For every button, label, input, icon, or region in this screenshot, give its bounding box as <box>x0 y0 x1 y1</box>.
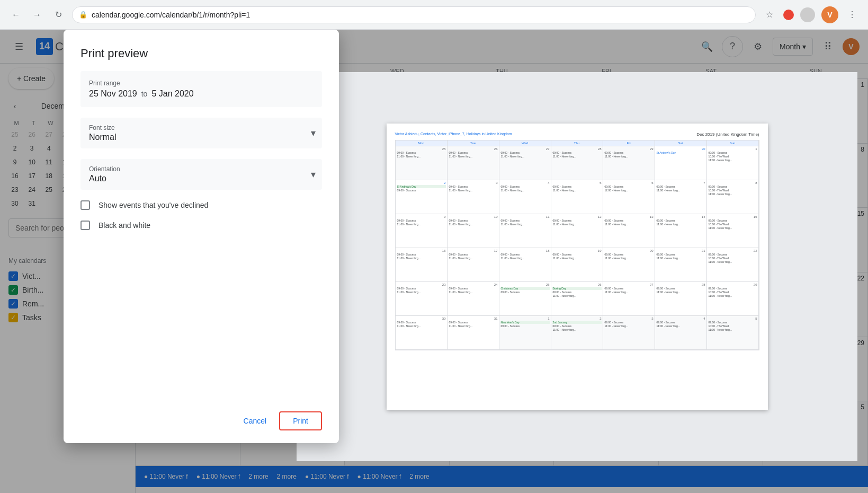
star-button[interactable]: ☆ <box>762 7 777 22</box>
orientation-dropdown[interactable]: Orientation Auto ▾ <box>80 159 322 190</box>
font-size-dropdown[interactable]: Font size Normal ▾ <box>80 118 322 148</box>
print-range-label: Print range <box>89 80 314 87</box>
font-size-dropdown-arrow: ▾ <box>311 127 316 139</box>
extension-icon-2 <box>800 7 815 22</box>
font-size-value: Normal <box>89 133 314 142</box>
date-to-word: to <box>141 90 148 98</box>
print-button[interactable]: Print <box>279 411 322 430</box>
print-range-value: 25 Nov 2019 to 5 Jan 2020 <box>89 89 314 99</box>
dialog-title: Print preview <box>80 47 322 60</box>
browser-menu-button[interactable]: ⋮ <box>845 7 860 22</box>
print-preview-dialog: Print preview Print range 25 Nov 2019 to… <box>64 30 339 443</box>
refresh-button[interactable]: ↻ <box>51 7 66 22</box>
dialog-backdrop: Print preview Print range 25 Nov 2019 to… <box>0 30 868 493</box>
cancel-button[interactable]: Cancel <box>235 412 275 429</box>
show-declined-checkbox[interactable] <box>80 200 90 210</box>
show-declined-label: Show events that you've declined <box>99 201 208 209</box>
orientation-value: Auto <box>89 174 314 183</box>
font-size-label: Font size <box>89 124 314 131</box>
dialog-actions: Cancel Print <box>80 403 322 430</box>
back-button[interactable]: ← <box>8 7 23 22</box>
lock-icon: 🔒 <box>79 11 87 19</box>
forward-button[interactable]: → <box>30 7 44 22</box>
date-from: 25 Nov 2019 <box>89 89 137 99</box>
orientation-dropdown-arrow: ▾ <box>311 169 316 180</box>
address-bar[interactable]: 🔒 calendar.google.com/calendar/b/1/r/mon… <box>72 6 756 23</box>
user-avatar[interactable]: V <box>821 6 838 23</box>
url-text: calendar.google.com/calendar/b/1/r/month… <box>92 11 250 19</box>
browser-chrome: ← → ↻ 🔒 calendar.google.com/calendar/b/1… <box>0 0 868 30</box>
show-declined-row[interactable]: Show events that you've declined <box>80 200 322 210</box>
orientation-label: Orientation <box>89 165 314 173</box>
date-to: 5 Jan 2020 <box>151 89 193 99</box>
extension-icon-1 <box>783 10 794 20</box>
app-area: ☰ 14 Calendar Today ‹ › December 2019 🔍 … <box>0 30 868 493</box>
black-white-checkbox[interactable] <box>80 221 90 230</box>
black-white-label: Black and white <box>99 221 150 230</box>
print-range-box: Print range 25 Nov 2019 to 5 Jan 2020 <box>80 71 322 107</box>
dialog-spacer <box>80 241 322 392</box>
black-white-row[interactable]: Black and white <box>80 221 322 230</box>
